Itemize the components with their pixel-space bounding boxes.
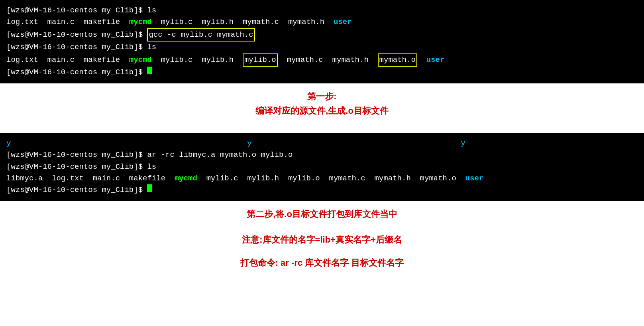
user-3: user	[465, 173, 484, 184]
mylib-o: mylib.o	[243, 53, 278, 67]
mycmd-2: mycmd	[129, 54, 152, 66]
prompt-7: [wzs@VM-16-10-centos my_Clib]$	[6, 184, 147, 196]
output-text-5: mymath.c mymath.h	[278, 54, 378, 66]
step-2-label: 第二步,将.o目标文件打包到库文件当中	[0, 208, 644, 220]
terminal-line-4: [wzs@VM-16-10-centos my_Clib]$ ls	[6, 41, 638, 53]
output-text-8: mylib.c mylib.h mylib.o mymath.c mymath.…	[197, 173, 465, 184]
output-text-1: log.txt main.c makefile	[6, 16, 129, 28]
partial-text: y y y	[6, 138, 465, 149]
prompt-2: [wzs@VM-16-10-centos my_Clib]$	[6, 29, 147, 41]
note-2: 打包命令: ar -rc 库文件名字 目标文件名字	[0, 257, 644, 269]
cursor-1	[147, 67, 152, 74]
cursor-2	[147, 184, 152, 192]
spacer-3	[0, 246, 644, 253]
terminal-1: [wzs@VM-16-10-centos my_Clib]$ ls log.tx…	[0, 0, 644, 83]
gcc-command: gcc -c mylib.c mymath.c	[147, 28, 255, 41]
terminal-line-8: [wzs@VM-16-10-centos my_Clib]$ ls	[6, 161, 638, 173]
mycmd-3: mycmd	[175, 173, 197, 184]
step-1-label: 第一步:	[0, 91, 644, 103]
terminal-line-2: log.txt main.c makefile mycmd mylib.c my…	[6, 16, 638, 28]
step-1-desc: 编译对应的源文件,生成.o目标文件	[0, 105, 644, 117]
page-container: [wzs@VM-16-10-centos my_Clib]$ ls log.tx…	[0, 0, 644, 273]
output-text-3: log.txt main.c makefile	[6, 54, 129, 66]
terminal-line-3: [wzs@VM-16-10-centos my_Clib]$ gcc -c my…	[6, 28, 638, 41]
prompt-4: [wzs@VM-16-10-centos my_Clib]$	[6, 67, 147, 78]
annotation-1: 第一步: 编译对应的源文件,生成.o目标文件	[0, 83, 644, 121]
terminal-line-7: [wzs@VM-16-10-centos my_Clib]$ ar -rc li…	[6, 149, 638, 161]
output-text-4: mylib.c mylib.h	[152, 54, 243, 66]
terminal-line-1: [wzs@VM-16-10-centos my_Clib]$ ls	[6, 5, 638, 16]
user-2: user	[426, 54, 445, 66]
mymath-o: mymath.o	[378, 53, 417, 67]
terminal-line-6: [wzs@VM-16-10-centos my_Clib]$	[6, 67, 638, 78]
terminal-line-10: [wzs@VM-16-10-centos my_Clib]$	[6, 184, 638, 196]
output-text-6	[417, 54, 426, 66]
terminal-partial: y y y	[6, 138, 638, 149]
user-1: user	[334, 16, 352, 28]
spacer-2	[0, 223, 644, 230]
mycmd-1: mycmd	[129, 16, 152, 28]
terminal-line-5: log.txt main.c makefile mycmd mylib.c my…	[6, 53, 638, 67]
annotation-2: 第二步,将.o目标文件打包到库文件当中 注意:库文件的名字=lib+真实名字+后…	[0, 201, 644, 273]
prompt-6: [wzs@VM-16-10-centos my_Clib]$ ls	[6, 161, 156, 173]
spacer-1	[0, 121, 644, 133]
output-text-2: mylib.c mylib.h mymath.c mymath.h	[152, 16, 334, 28]
terminal-line-9: libmyc.a log.txt main.c makefile mycmd m…	[6, 173, 638, 184]
terminal-2: y y y [wzs@VM-16-10-centos my_Clib]$ ar …	[0, 133, 644, 201]
prompt-5: [wzs@VM-16-10-centos my_Clib]$ ar -rc li…	[6, 149, 293, 161]
prompt-1: [wzs@VM-16-10-centos my_Clib]$ ls	[6, 5, 156, 16]
prompt-3: [wzs@VM-16-10-centos my_Clib]$ ls	[6, 41, 156, 53]
output-text-7: libmyc.a log.txt main.c makefile	[6, 173, 175, 184]
note-1: 注意:库文件的名字=lib+真实名字+后缀名	[0, 234, 644, 246]
